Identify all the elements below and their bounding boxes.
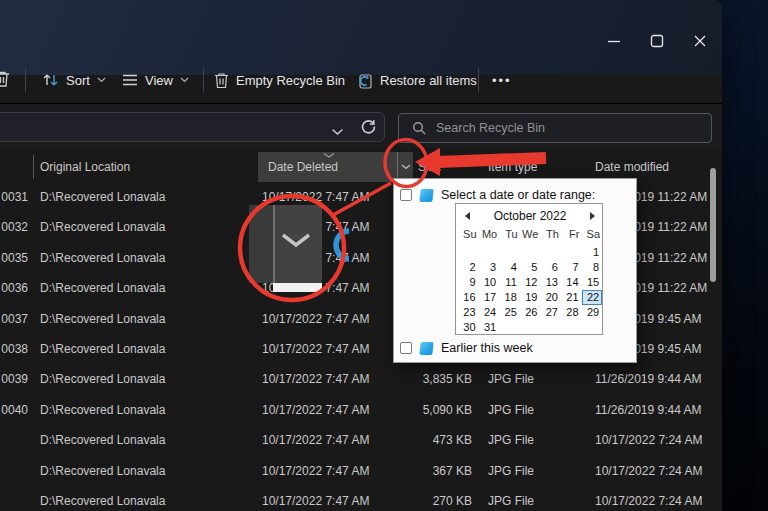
checkbox[interactable] xyxy=(400,342,412,354)
calendar-day-header: Sa xyxy=(581,228,602,240)
empty-recycle-bin-button[interactable]: Empty Recycle Bin xyxy=(210,66,349,94)
sort-arrows-icon xyxy=(42,72,59,88)
search-icon xyxy=(412,121,426,135)
cell-date-modified: 11/26/2019 9:44 AM xyxy=(595,395,702,425)
cell-item-type: JPG File xyxy=(488,364,534,394)
file-row[interactable]: D:\Recovered Lonavala10/17/2022 7:47 AM2… xyxy=(0,486,722,511)
calendar-day[interactable]: 5 xyxy=(520,260,541,275)
cell-size: 367 KB xyxy=(396,456,472,486)
address-dropdown-button[interactable] xyxy=(331,122,344,140)
calendar-day[interactable]: 21 xyxy=(561,290,582,305)
calendar-day-header: Th xyxy=(540,228,561,240)
calendar-day[interactable]: 3 xyxy=(479,260,500,275)
checkbox[interactable] xyxy=(400,189,412,201)
calendar-day-empty xyxy=(520,245,541,260)
calendar-day[interactable]: 1 xyxy=(582,245,603,260)
view-button[interactable]: View xyxy=(118,66,193,94)
filter-option-date-range[interactable]: Select a date or date range: xyxy=(400,186,630,204)
minimize-icon xyxy=(606,33,622,49)
cell-original-location: D:\Recovered Lonavala xyxy=(40,395,165,425)
calendar-day[interactable]: 8 xyxy=(582,260,603,275)
restore-all-items-button[interactable]: Restore all items xyxy=(352,66,481,94)
calendar-day[interactable]: 4 xyxy=(499,260,520,275)
calendar-day[interactable]: 16 xyxy=(458,290,479,305)
calendar-day[interactable]: 27 xyxy=(540,305,561,320)
cell-date-deleted: 10/17/2022 7:47 AM xyxy=(262,486,369,511)
calendar-day[interactable]: 26 xyxy=(520,305,541,320)
calendar-day[interactable]: 15 xyxy=(582,275,603,290)
sort-label: Sort xyxy=(66,73,90,88)
calendar-day[interactable]: 31 xyxy=(479,320,500,335)
cell-date-deleted: 10/17/2022 7:47 AM xyxy=(262,364,369,394)
file-row[interactable]: 0039D:\Recovered Lonavala10/17/2022 7:47… xyxy=(0,364,722,394)
calendar-day[interactable]: 24 xyxy=(479,305,500,320)
calendar-day[interactable]: 11 xyxy=(499,275,520,290)
maximize-icon xyxy=(649,33,665,49)
cell-date-deleted: 10/17/2022 7:47 AM xyxy=(262,334,369,364)
toolbar-separator xyxy=(25,68,26,92)
cell-original-location: D:\Recovered Lonavala xyxy=(40,364,165,394)
restore-all-items-label: Restore all items xyxy=(380,73,477,88)
cell-size: 270 KB xyxy=(396,486,472,511)
column-divider xyxy=(33,155,34,179)
trash-icon xyxy=(0,70,10,88)
calendar-day[interactable]: 17 xyxy=(479,290,500,305)
cell-date-modified: 10/17/2022 7:24 AM xyxy=(595,425,702,455)
filter-option-label: Select a date or date range: xyxy=(441,188,595,202)
delete-button-partial[interactable] xyxy=(0,70,10,92)
calendar-day[interactable]: 30 xyxy=(458,320,479,335)
cell-date-modified: 10/17/2022 7:24 AM xyxy=(595,486,702,511)
file-row[interactable]: D:\Recovered Lonavala10/17/2022 7:47 AM3… xyxy=(0,456,722,486)
calendar-day[interactable]: 25 xyxy=(499,305,520,320)
calendar-day[interactable]: 13 xyxy=(540,275,561,290)
calendar-day[interactable]: 28 xyxy=(561,305,582,320)
calendar-day[interactable]: 20 xyxy=(540,290,561,305)
refresh-button[interactable] xyxy=(360,118,377,139)
calendar-next-icon[interactable] xyxy=(590,212,595,220)
calendar-day[interactable]: 7 xyxy=(561,260,582,275)
calendar-month-title[interactable]: October 2022 xyxy=(470,209,590,223)
cell-original-location: D:\Recovered Lonavala xyxy=(40,243,165,273)
file-name-fragment: 0035 xyxy=(0,243,28,273)
filter-chevron-icon xyxy=(401,164,411,170)
close-button[interactable] xyxy=(692,33,708,49)
cell-item-type: JPG File xyxy=(488,456,534,486)
header-original-location[interactable]: Original Location xyxy=(40,152,130,182)
see-more-button[interactable]: ••• xyxy=(488,66,516,94)
calendar-day[interactable]: 12 xyxy=(520,275,541,290)
cell-item-type: JPG File xyxy=(488,486,534,511)
calendar-day-empty xyxy=(582,320,603,335)
search-input[interactable]: Search Recycle Bin xyxy=(398,113,712,143)
minimize-button[interactable] xyxy=(606,33,622,49)
filter-option-earlier-this-week[interactable]: Earlier this week xyxy=(400,339,630,357)
file-row[interactable]: D:\Recovered Lonavala10/17/2022 7:47 AM4… xyxy=(0,425,722,455)
file-name-fragment: 0040 xyxy=(0,395,28,425)
calendar-day-empty xyxy=(479,245,500,260)
calendar-day[interactable]: 19 xyxy=(520,290,541,305)
calendar-day-empty xyxy=(561,320,582,335)
cell-size: 3,835 KB xyxy=(396,364,472,394)
calendar-day[interactable]: 14 xyxy=(561,275,582,290)
calendar-day[interactable]: 2 xyxy=(458,260,479,275)
calendar-day[interactable]: 9 xyxy=(458,275,479,290)
cell-original-location: D:\Recovered Lonavala xyxy=(40,212,165,242)
maximize-button[interactable] xyxy=(649,33,665,49)
calendar-day[interactable]: 23 xyxy=(458,305,479,320)
vertical-scrollbar-thumb[interactable] xyxy=(710,168,716,282)
sort-button[interactable]: Sort xyxy=(38,66,110,94)
cell-original-location: D:\Recovered Lonavala xyxy=(40,304,165,334)
calendar-day[interactable]: 10 xyxy=(479,275,500,290)
address-bar[interactable] xyxy=(0,112,385,142)
calendar-day[interactable]: 29 xyxy=(582,305,603,320)
calendar-day[interactable]: 6 xyxy=(540,260,561,275)
calendar-day[interactable]: 18 xyxy=(499,290,520,305)
toolbar-separator xyxy=(478,68,479,92)
date-group-icon xyxy=(419,189,433,202)
refresh-icon xyxy=(360,118,377,135)
file-row[interactable]: 0040D:\Recovered Lonavala10/17/2022 7:47… xyxy=(0,395,722,425)
file-name-fragment: 0032 xyxy=(0,212,28,242)
cell-original-location: D:\Recovered Lonavala xyxy=(40,273,165,303)
filter-option-label: Earlier this week xyxy=(441,341,533,355)
calendar-day-selected[interactable]: 22 xyxy=(582,290,603,305)
calendar-day-headers: SuMoTuWeThFrSa xyxy=(458,228,602,240)
